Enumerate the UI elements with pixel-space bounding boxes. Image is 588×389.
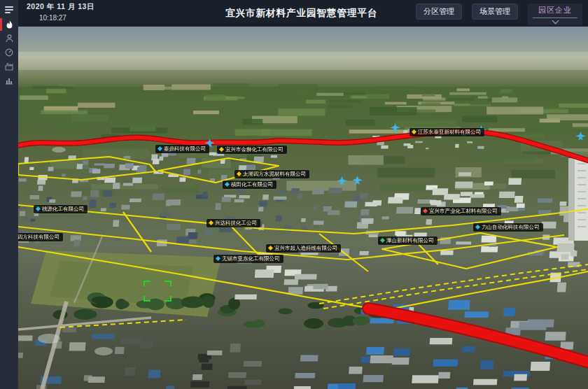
company-label[interactable]: 泰鼎科技有限公司 (155, 145, 209, 153)
company-label-text: 兴市四方科技有限公司 (18, 234, 59, 240)
company-label[interactable]: 宜兴市金狮化工有限公司 (217, 146, 287, 154)
company-pin-icon (380, 238, 385, 243)
bar-chart-icon-glyph (5, 77, 13, 85)
company-label-text: 宜兴市产业化工材料有限公司 (429, 208, 498, 214)
factory-icon-glyph (5, 63, 13, 71)
enterprise-dropdown[interactable]: 园区企业 (528, 3, 582, 25)
company-pin-icon (475, 225, 480, 229)
company-label-text: 泰鼎科技有限公司 (164, 146, 206, 152)
header-actions: 分区管理 场景管理 园区企业 (416, 3, 582, 25)
company-pin-icon (412, 129, 416, 134)
enterprise-dropdown-label: 园区企业 (538, 5, 572, 15)
app-window: 2020 年 11 月 13日 10:18:27 宜兴市新材料产业园智慧管理平台… (0, 0, 588, 389)
current-date: 2020 年 11 月 13日 (27, 2, 94, 12)
company-pin-icon (36, 206, 41, 211)
page-title: 宜兴市新材料产业园智慧管理平台 (225, 7, 378, 20)
sidebar (0, 0, 18, 389)
company-label-text: 力山自动化科技有限公司 (482, 225, 540, 230)
company-label-text: 江苏永泰亚新材料有限公司 (418, 129, 481, 135)
menu-icon[interactable] (0, 3, 18, 16)
company-label[interactable]: 潭山新材料有限公司 (378, 236, 438, 245)
company-pin-icon (225, 182, 230, 187)
company-label-text: 无锡市亚东化工有限公司 (222, 256, 280, 262)
company-label[interactable]: 无锡市亚东化工有限公司 (214, 255, 284, 263)
company-pin-icon (216, 256, 220, 261)
flame-icon[interactable] (0, 18, 18, 31)
partition-manage-button[interactable]: 分区管理 (416, 3, 462, 20)
terrain-render (18, 27, 588, 389)
company-label-text: 太湖四方水泥材料有限公司 (243, 171, 306, 177)
company-pin-icon (423, 208, 428, 213)
company-label-text: 横田化工有限公司 (231, 182, 273, 188)
company-label-text: 宜兴市金狮化工有限公司 (225, 147, 284, 153)
selection-brackets (144, 281, 172, 302)
current-time: 10:18:27 (39, 14, 94, 22)
company-label-text: 潭山新材料有限公司 (386, 238, 434, 243)
gauge-icon[interactable] (0, 46, 18, 59)
company-pin-icon (209, 220, 214, 225)
top-bar: 2020 年 11 月 13日 10:18:27 宜兴市新材料产业园智慧管理平台… (18, 0, 588, 27)
company-label[interactable]: 太湖四方水泥材料有限公司 (234, 170, 309, 178)
datetime: 2020 年 11 月 13日 10:18:27 (27, 2, 94, 22)
gauge-icon-glyph (5, 48, 13, 57)
factory-icon[interactable] (0, 60, 18, 73)
chevron-down-icon (552, 17, 559, 24)
menu-icon-glyph (5, 6, 13, 13)
company-label[interactable]: 宜兴市超人造纤维有限公司 (266, 244, 341, 253)
user-icon[interactable] (0, 32, 18, 45)
company-label-text: 宜兴市超人造纤维有限公司 (274, 246, 337, 251)
company-pin-icon (268, 246, 273, 250)
company-label[interactable]: 力山自动化科技有限公司 (473, 223, 543, 232)
company-label[interactable]: 兴市四方科技有限公司 (18, 233, 63, 241)
company-label[interactable]: 江苏永泰亚新材料有限公司 (410, 128, 484, 136)
bar-chart-icon[interactable] (0, 74, 18, 87)
map-3d-view[interactable]: 泰鼎科技有限公司 宜兴市金狮化工有限公司 太湖四方水泥材料有限公司 横田化工有限… (18, 27, 588, 389)
scene-manage-button[interactable]: 场景管理 (472, 3, 518, 20)
user-icon-glyph (6, 34, 13, 43)
company-label-text: 桃源化工有限公司 (42, 206, 84, 212)
company-label[interactable]: 桃源化工有限公司 (34, 205, 88, 213)
company-pin-icon (219, 147, 224, 152)
flame-icon-glyph (6, 20, 13, 29)
company-label-text: 兴达科技化工公司 (215, 220, 257, 226)
company-label[interactable]: 兴达科技化工公司 (206, 219, 260, 227)
company-pin-icon (237, 171, 241, 176)
company-label[interactable]: 宜兴市产业化工材料有限公司 (421, 207, 501, 215)
company-pin-icon (158, 146, 162, 151)
company-label[interactable]: 横田化工有限公司 (223, 181, 276, 189)
